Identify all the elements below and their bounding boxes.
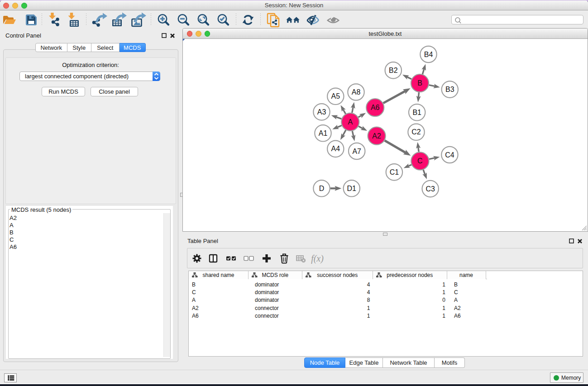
svg-text:A6: A6 — [371, 104, 380, 111]
svg-text:B: B — [417, 79, 422, 87]
svg-text:A: A — [348, 118, 353, 126]
svg-text:A5: A5 — [331, 92, 340, 100]
svg-text:B2: B2 — [389, 67, 398, 74]
svg-text:C: C — [417, 157, 423, 165]
svg-text:D: D — [319, 185, 325, 192]
svg-text:D1: D1 — [347, 185, 357, 192]
svg-text:B4: B4 — [424, 51, 433, 58]
svg-text:C2: C2 — [411, 128, 421, 136]
svg-text:A2: A2 — [372, 132, 381, 140]
svg-text:A7: A7 — [352, 148, 361, 155]
svg-text:A8: A8 — [352, 88, 361, 96]
svg-text:A3: A3 — [317, 108, 326, 116]
svg-text:A1: A1 — [319, 129, 328, 137]
svg-text:C3: C3 — [425, 185, 435, 193]
svg-text:C4: C4 — [445, 151, 454, 159]
svg-text:C1: C1 — [390, 168, 399, 176]
svg-text:f(x): f(x) — [311, 253, 324, 264]
svg-text:A4: A4 — [331, 145, 340, 152]
svg-text:B1: B1 — [412, 109, 421, 116]
svg-text:B3: B3 — [445, 86, 454, 93]
